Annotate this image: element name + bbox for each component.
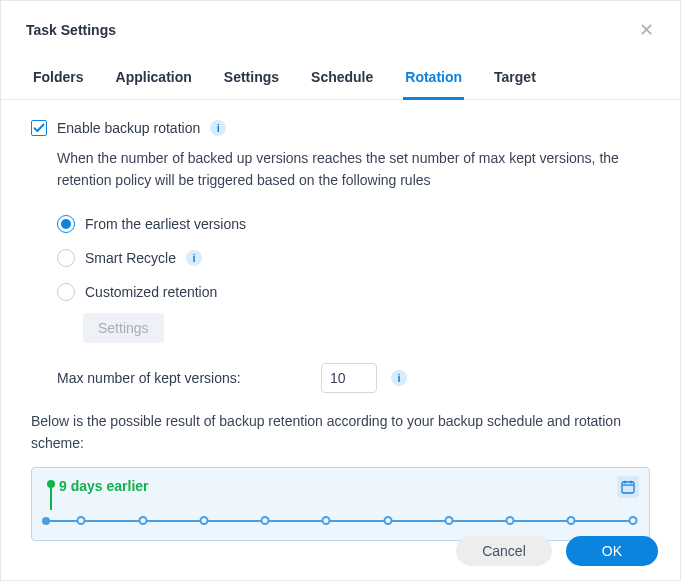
rotation-description: When the number of backed up versions re… <box>57 148 650 191</box>
tab-folders[interactable]: Folders <box>31 61 86 100</box>
info-icon[interactable]: i <box>186 250 202 266</box>
timeline-marker-dot <box>47 480 55 488</box>
tab-settings[interactable]: Settings <box>222 61 281 100</box>
radio-smart-label: Smart Recycle <box>85 250 176 266</box>
enable-rotation-row: Enable backup rotation i <box>31 120 650 136</box>
timeline-tick <box>199 516 208 525</box>
radio-earliest[interactable] <box>57 215 75 233</box>
tab-schedule[interactable]: Schedule <box>309 61 375 100</box>
calendar-icon[interactable] <box>617 476 639 498</box>
timeline-tick <box>77 516 86 525</box>
max-versions-row: Max number of kept versions: i <box>57 363 650 393</box>
radio-row-custom: Customized retention <box>57 275 650 309</box>
timeline-marker-label: 9 days earlier <box>59 478 149 494</box>
timeline-tick <box>567 516 576 525</box>
svg-rect-0 <box>622 482 634 493</box>
rotation-panel: Enable backup rotation i When the number… <box>1 100 680 555</box>
timeline-tick <box>261 516 270 525</box>
cancel-button[interactable]: Cancel <box>456 536 552 566</box>
retention-timeline: 9 days earlier <box>31 467 650 541</box>
radio-custom-label: Customized retention <box>85 284 217 300</box>
tab-target[interactable]: Target <box>492 61 538 100</box>
custom-retention-settings-button: Settings <box>83 313 164 343</box>
timeline-tick <box>506 516 515 525</box>
timeline-tick <box>444 516 453 525</box>
tab-bar: Folders Application Settings Schedule Ro… <box>1 53 680 100</box>
timeline-tick <box>628 516 637 525</box>
enable-rotation-checkbox[interactable] <box>31 120 47 136</box>
close-icon[interactable]: ✕ <box>633 17 660 43</box>
task-settings-dialog: Task Settings ✕ Folders Application Sett… <box>0 0 681 581</box>
enable-rotation-label: Enable backup rotation <box>57 120 200 136</box>
timeline-tick <box>138 516 147 525</box>
radio-smart[interactable] <box>57 249 75 267</box>
ok-button[interactable]: OK <box>566 536 658 566</box>
retention-radio-group: From the earliest versions Smart Recycle… <box>57 207 650 309</box>
radio-earliest-label: From the earliest versions <box>85 216 246 232</box>
dialog-footer: Cancel OK <box>456 536 658 566</box>
max-versions-input[interactable] <box>321 363 377 393</box>
timeline-tick <box>383 516 392 525</box>
tab-application[interactable]: Application <box>114 61 194 100</box>
info-icon[interactable]: i <box>210 120 226 136</box>
timeline-tick <box>322 516 331 525</box>
radio-custom[interactable] <box>57 283 75 301</box>
info-icon[interactable]: i <box>391 370 407 386</box>
tab-rotation[interactable]: Rotation <box>403 61 464 100</box>
timeline-description: Below is the possible result of backup r… <box>31 411 650 454</box>
dialog-title: Task Settings <box>26 22 116 38</box>
dialog-header: Task Settings ✕ <box>1 1 680 53</box>
radio-row-earliest: From the earliest versions <box>57 207 650 241</box>
radio-row-smart: Smart Recycle i <box>57 241 650 275</box>
timeline-marker-stem <box>50 488 52 510</box>
timeline-ticks <box>46 516 635 526</box>
max-versions-label: Max number of kept versions: <box>57 370 307 386</box>
